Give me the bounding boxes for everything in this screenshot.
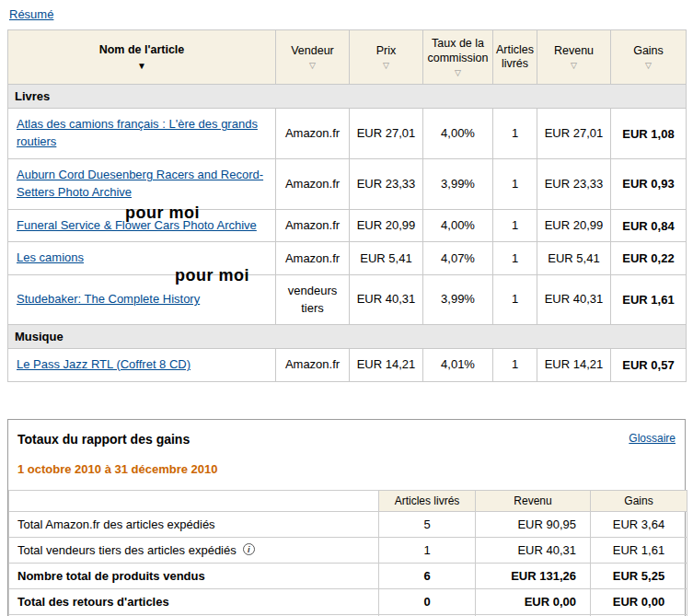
totals-row: Nombre total de produits vendus 6 EUR 13… (9, 563, 687, 588)
commission-rate-cell: 3,99% (423, 275, 493, 324)
totals-title: Totaux du rapport des gains (17, 432, 190, 447)
earnings-report-table: Nom de l'article ▼ Vendeur ▽ Prix ▽ (7, 29, 687, 382)
totals-header-articles-livres: Articles livrés (379, 490, 476, 511)
col-label-nom-article: Nom de l'article (99, 43, 185, 58)
article-link[interactable]: Les camions (17, 250, 84, 264)
info-icon[interactable]: i (243, 543, 255, 555)
table-row: Auburn Cord Duesenberg Racers and Record… (8, 158, 687, 209)
revenue-cell: EUR 27,01 (537, 109, 611, 159)
gains-cell: EUR 1,61 (611, 275, 687, 324)
vendor-cell: vendeurs tiers (276, 275, 350, 324)
price-cell: EUR 40,31 (350, 275, 423, 324)
vendor-cell: Amazon.fr (276, 158, 350, 209)
article-title-cell: Le Pass Jazz RTL (Coffret 8 CD) (8, 348, 276, 381)
revenue-cell: EUR 40,31 (537, 275, 611, 324)
totals-label-cell: Total des retours d'articles (9, 588, 379, 614)
vendor-cell: Amazon.fr (276, 348, 350, 381)
vendor-cell: Amazon.fr (276, 242, 350, 275)
table-row: Les camions Amazon.fr EUR 5,41 4,07% 1 E… (8, 242, 687, 275)
totals-shipped-cell: 0 (379, 588, 476, 614)
sort-icon[interactable]: ▽ (455, 69, 461, 77)
totals-gains-cell: EUR 1,61 (591, 537, 687, 563)
earnings-report-page: Résumé Nom de l'article ▼ Vendeur ▽ (0, 0, 693, 616)
vendor-cell: Amazon.fr (276, 209, 350, 242)
totals-label-cell: Nombre total de produits vendus (9, 563, 379, 588)
price-cell: EUR 20,99 (350, 209, 423, 242)
items-shipped-cell: 1 (493, 348, 537, 381)
totals-gains-cell: EUR 5,25 (591, 563, 687, 588)
glossary-link[interactable]: Glossaire (629, 432, 676, 445)
items-shipped-cell: 1 (493, 242, 537, 275)
col-header-taux-commission[interactable]: Taux de la commission ▽ (423, 30, 493, 85)
totals-row: Total Amazon.fr des articles expédiés 5 … (9, 511, 687, 537)
items-shipped-cell: 1 (493, 209, 537, 242)
sort-icon[interactable]: ▽ (571, 62, 577, 70)
annotation-pour-moi: pour moi (175, 266, 249, 285)
sort-icon[interactable]: ▽ (383, 62, 389, 70)
totals-header-revenu: Revenu (476, 490, 591, 511)
report-header-row: Nom de l'article ▼ Vendeur ▽ Prix ▽ (8, 30, 687, 85)
article-link[interactable]: Atlas des camions français : L'ère des g… (17, 117, 258, 148)
section-label: Musique (8, 324, 687, 348)
totals-shipped-cell: 5 (379, 511, 476, 537)
gains-cell: EUR 0,57 (611, 348, 687, 381)
totals-revenue-cell: EUR 0,00 (476, 588, 591, 614)
commission-rate-cell: 4,07% (423, 242, 493, 275)
totals-header-gains: Gains (591, 490, 687, 511)
totals-revenue-cell: EUR 40,31 (476, 537, 591, 563)
price-cell: EUR 5,41 (350, 242, 423, 275)
price-cell: EUR 14,21 (350, 348, 423, 381)
gains-cell: EUR 0,22 (611, 242, 687, 275)
totals-revenue-cell: EUR 90,95 (476, 511, 591, 537)
col-header-vendeur[interactable]: Vendeur ▽ (276, 30, 350, 85)
col-header-gains[interactable]: Gains ▽ (611, 30, 687, 85)
items-shipped-cell: 1 (493, 275, 537, 324)
col-label-taux-commission: Taux de la commission (426, 37, 490, 65)
article-link[interactable]: Le Pass Jazz RTL (Coffret 8 CD) (17, 357, 191, 371)
gains-cell: EUR 1,08 (611, 109, 687, 159)
commission-rate-cell: 3,99% (423, 158, 493, 209)
sort-icon[interactable]: ▽ (309, 62, 316, 70)
col-header-articles-livres: Articles livrés (493, 30, 537, 85)
items-shipped-cell: 1 (493, 109, 537, 159)
totals-section: Totaux du rapport des gains Glossaire 1 … (7, 419, 686, 616)
totals-shipped-cell: 6 (379, 563, 476, 588)
col-header-nom-article[interactable]: Nom de l'article ▼ (8, 30, 276, 85)
totals-table: Articles livrés Revenu Gains Total Amazo… (8, 490, 687, 616)
revenue-cell: EUR 14,21 (537, 348, 611, 381)
totals-header-empty (9, 490, 379, 511)
resume-link[interactable]: Résumé (9, 7, 53, 21)
totals-header-row: Articles livrés Revenu Gains (9, 490, 687, 511)
article-title-cell: Atlas des camions français : L'ère des g… (8, 109, 276, 159)
sort-icon[interactable]: ▽ (645, 62, 652, 70)
commission-rate-cell: 4,01% (423, 348, 493, 381)
sort-desc-icon[interactable]: ▼ (137, 62, 146, 71)
article-link[interactable]: Studebaker: The Complete History (17, 292, 200, 306)
gains-cell: EUR 0,84 (611, 209, 687, 242)
col-label-articles-livres: Articles livrés (496, 43, 534, 72)
price-cell: EUR 23,33 (350, 158, 423, 209)
section-row-livres: Livres (8, 85, 687, 109)
totals-label-cell: Total vendeurs tiers des articles expédi… (9, 537, 379, 563)
col-label-revenu: Revenu (554, 44, 594, 59)
totals-gains-cell: EUR 3,64 (591, 511, 687, 537)
totals-label: Total vendeurs tiers des articles expédi… (17, 543, 237, 557)
commission-rate-cell: 4,00% (423, 209, 493, 242)
article-title-cell: Auburn Cord Duesenberg Racers and Record… (8, 158, 276, 209)
revenue-cell: EUR 20,99 (537, 209, 611, 242)
vendor-cell: Amazon.fr (276, 109, 350, 159)
totals-gains-cell: EUR 0,00 (591, 588, 687, 614)
gains-cell: EUR 0,93 (611, 158, 687, 209)
revenue-cell: EUR 23,33 (537, 158, 611, 209)
col-header-prix[interactable]: Prix ▽ (350, 30, 423, 85)
date-range: 1 octobre 2010 à 31 décembre 2010 (8, 447, 685, 490)
revenue-cell: EUR 5,41 (537, 242, 611, 275)
col-label-vendeur: Vendeur (291, 44, 334, 59)
section-label: Livres (8, 85, 687, 109)
totals-label-cell: Total Amazon.fr des articles expédiés (9, 511, 379, 537)
price-cell: EUR 27,01 (350, 109, 423, 159)
commission-rate-cell: 4,00% (423, 109, 493, 159)
article-link[interactable]: Auburn Cord Duesenberg Racers and Record… (17, 168, 263, 199)
col-header-revenu[interactable]: Revenu ▽ (537, 30, 611, 85)
totals-row: Total des retours d'articles 0 EUR 0,00 … (9, 588, 687, 614)
